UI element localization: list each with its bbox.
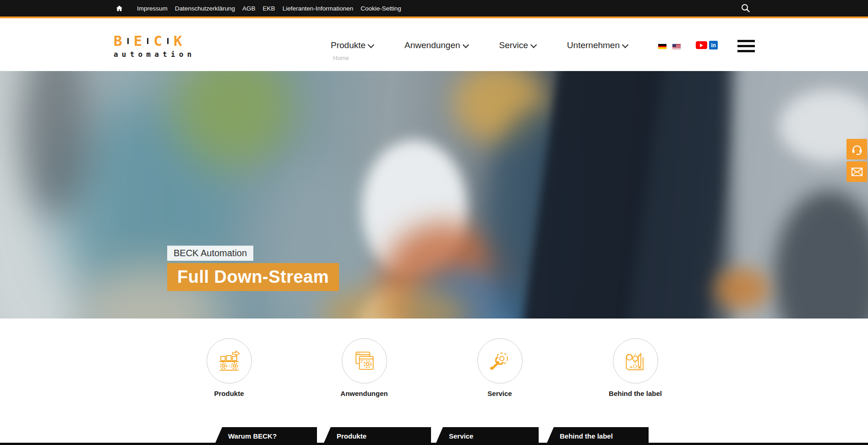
tab-produkte[interactable]: Produkte xyxy=(323,427,431,445)
logo-letter-k: K xyxy=(174,34,182,48)
nav-item-label: Anwendungen xyxy=(404,40,460,50)
home-icon-glyph xyxy=(115,5,123,12)
quicklink-anwendungen[interactable]: Anwendungen xyxy=(318,338,410,397)
hero-banner: BECK Automation Full Down-Stream xyxy=(0,71,868,319)
tab-label: Service xyxy=(449,432,473,440)
headset-icon xyxy=(851,143,863,156)
quicklink-produkte[interactable]: Produkte xyxy=(183,338,275,397)
conveyor-icon xyxy=(215,347,243,375)
topbar-link-agb[interactable]: AGB xyxy=(242,5,256,12)
hamburger-bar xyxy=(737,45,755,47)
chevron-down-icon xyxy=(462,41,469,48)
hamburger-menu-icon[interactable] xyxy=(737,40,755,52)
topbar-link-datenschutz[interactable]: Datenschutzerklärung xyxy=(175,5,235,12)
hamburger-bar xyxy=(737,40,755,42)
quicklink-circle xyxy=(477,338,523,384)
chevron-down-icon xyxy=(622,41,628,48)
logo-letter-e: E xyxy=(134,34,142,48)
breadcrumb-home[interactable]: Home xyxy=(333,55,349,61)
home-icon[interactable] xyxy=(115,5,123,12)
quicklink-circle xyxy=(207,338,252,384)
language-switcher xyxy=(658,44,681,49)
wrench-gear-icon xyxy=(486,347,513,375)
logo-separator xyxy=(127,38,129,44)
chevron-down-icon xyxy=(530,41,537,48)
nav-item-label: Produkte xyxy=(331,40,366,50)
quicklink-label: Behind the label xyxy=(590,390,681,397)
quicklink-behind-the-label[interactable]: Behind the label xyxy=(590,338,681,397)
topbar-links: Impressum Datenschutzerklärung AGB EKB L… xyxy=(137,5,401,12)
tab-behind-the-label[interactable]: Behind the label xyxy=(546,427,649,445)
hero-image-blob xyxy=(715,268,770,309)
nav-item-unternehmen[interactable]: Unternehmen xyxy=(567,40,628,50)
footer-top-strip xyxy=(0,443,868,445)
topbar-link-ekb[interactable]: EKB xyxy=(263,5,275,12)
logo-letter-b: B xyxy=(114,34,122,48)
nav-item-label: Service xyxy=(499,40,528,50)
tab-label: Warum BECK? xyxy=(228,432,277,440)
contact-support-button[interactable] xyxy=(846,139,867,159)
topbar-link-cookie[interactable]: Cookie-Setting xyxy=(360,5,401,12)
quicklink-circle xyxy=(342,338,387,384)
hero-title: Full Down-Stream xyxy=(167,263,339,291)
logo-letter-c: C xyxy=(153,34,162,48)
quicklink-label: Anwendungen xyxy=(318,390,410,397)
quicklink-service[interactable]: Service xyxy=(454,338,546,397)
envelope-icon xyxy=(851,165,863,178)
tab-service[interactable]: Service xyxy=(435,427,539,445)
logo-subtitle: automation xyxy=(114,50,195,59)
main-navigation: Produkte Anwendungen Service Unternehmen xyxy=(331,40,628,50)
app-windows-gear-icon xyxy=(350,347,378,375)
tab-label: Behind the label xyxy=(560,432,613,440)
tab-warum-beck[interactable]: Warum BECK? xyxy=(214,427,317,445)
quicklink-label: Service xyxy=(454,390,546,397)
youtube-icon[interactable] xyxy=(696,41,707,49)
hamburger-bar xyxy=(737,50,755,52)
contact-mail-button[interactable] xyxy=(846,161,867,182)
quicklink-label: Produkte xyxy=(183,390,275,397)
tab-label: Produkte xyxy=(337,432,366,440)
quicklink-circle xyxy=(613,338,658,384)
nav-item-service[interactable]: Service xyxy=(499,40,536,50)
social-links: in xyxy=(696,41,718,49)
logo-separator xyxy=(147,38,148,44)
hero-kicker-label: BECK Automation xyxy=(167,246,253,261)
quicklinks-section: Produkte Anwendungen xyxy=(0,319,868,415)
chevron-down-icon xyxy=(368,41,374,48)
topbar-link-impressum[interactable]: Impressum xyxy=(137,5,168,12)
nav-item-anwendungen[interactable]: Anwendungen xyxy=(404,40,468,50)
beck-automation-homepage: { "topbar": { "links": [ {"label": "Impr… xyxy=(0,0,868,445)
blueprint-idea-icon xyxy=(622,347,649,375)
linkedin-icon[interactable]: in xyxy=(709,41,718,49)
logo-letters: B E C K xyxy=(114,34,195,48)
logo-separator xyxy=(167,38,169,44)
youtube-play-glyph xyxy=(700,44,703,47)
beck-logo[interactable]: B E C K automation xyxy=(114,34,195,59)
nav-item-label: Unternehmen xyxy=(567,40,620,50)
topbar-link-lieferanten[interactable]: Lieferanten-Informationen xyxy=(283,5,354,12)
search-icon-glyph xyxy=(740,3,751,14)
search-icon[interactable] xyxy=(740,3,752,15)
us-flag-icon[interactable] xyxy=(672,44,681,49)
site-header: B E C K automation Produkte Anwendungen … xyxy=(0,18,868,71)
top-utility-bar: Impressum Datenschutzerklärung AGB EKB L… xyxy=(0,0,868,18)
german-flag-icon[interactable] xyxy=(658,44,666,49)
nav-item-produkte[interactable]: Produkte xyxy=(331,40,373,50)
